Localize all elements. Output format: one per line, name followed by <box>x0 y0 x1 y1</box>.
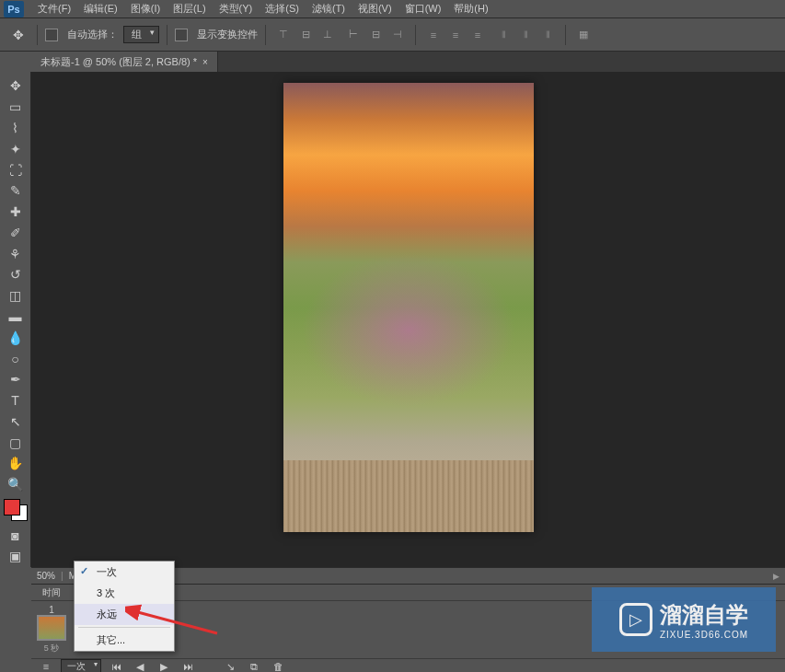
watermark: ▷ 溜溜自学 ZIXUE.3D66.COM <box>592 587 776 652</box>
stamp-tool[interactable]: ⚘ <box>3 243 29 264</box>
menu-window[interactable]: 窗口(W) <box>398 2 448 16</box>
shape-tool[interactable]: ▢ <box>3 432 29 453</box>
hand-tool[interactable]: ✋ <box>3 453 29 474</box>
first-frame-icon[interactable]: ⏮ <box>107 659 125 672</box>
pen-tool[interactable]: ✒ <box>3 369 29 390</box>
menu-type[interactable]: 类型(Y) <box>213 2 260 16</box>
play-icon[interactable]: ▶ <box>155 659 173 672</box>
status-flyout-icon[interactable]: ▶ <box>773 572 779 581</box>
timeline-menu-icon[interactable]: ≡ <box>37 659 55 672</box>
distribute-hcenter-icon[interactable]: ⫴ <box>515 25 536 45</box>
menu-file[interactable]: 文件(F) <box>31 2 77 16</box>
tween-icon[interactable]: ↘ <box>221 659 239 672</box>
blur-tool[interactable]: 💧 <box>3 327 29 348</box>
crop-tool[interactable]: ⛶ <box>3 159 29 180</box>
delete-frame-icon[interactable]: 🗑 <box>269 659 287 672</box>
watermark-sub: ZIXUE.3D66.COM <box>660 630 748 640</box>
type-tool[interactable]: T <box>3 390 29 411</box>
loop-menu: 一次 3 次 永远 其它... <box>74 561 175 652</box>
zoom-tool[interactable]: 🔍 <box>3 474 29 495</box>
menu-view[interactable]: 视图(V) <box>352 2 398 16</box>
move-tool-indicator[interactable]: ✥ <box>7 24 29 46</box>
align-hcenter-icon[interactable]: ⊟ <box>365 25 386 45</box>
timeline-tab[interactable]: 时间 <box>35 585 68 600</box>
frame-number: 1 <box>49 605 54 615</box>
distribute-bottom-icon[interactable]: ≡ <box>468 25 488 45</box>
timeline-footer: ≡ 一次 ⏮ ◀ ▶ ⏭ ↘ ⧉ 🗑 <box>31 658 785 672</box>
loop-forever[interactable]: 永远 <box>75 604 174 625</box>
next-frame-icon[interactable]: ⏭ <box>179 659 197 672</box>
frame-thumbnail[interactable] <box>37 615 66 641</box>
loop-three[interactable]: 3 次 <box>75 583 174 604</box>
app-logo: Ps <box>4 1 24 17</box>
wand-tool[interactable]: ✦ <box>3 138 29 159</box>
document-tabs: 未标题-1 @ 50% (图层 2, RGB/8) * × <box>31 52 785 72</box>
heal-tool[interactable]: ✚ <box>3 202 29 223</box>
animation-frame[interactable]: 1 5 秒 <box>35 605 68 655</box>
auto-align-icon[interactable]: ▦ <box>573 25 594 45</box>
frame-delay[interactable]: 5 秒 <box>44 643 60 655</box>
canvas-area[interactable] <box>31 72 785 567</box>
menu-edit[interactable]: 编辑(E) <box>77 2 124 16</box>
quickmask-tool[interactable]: ◙ <box>3 525 29 546</box>
watermark-title: 溜溜自学 <box>660 600 748 630</box>
auto-select-label: 自动选择： <box>67 28 118 41</box>
loop-dropdown[interactable]: 一次 <box>61 659 101 672</box>
distribute-left-icon[interactable]: ⫴ <box>493 25 514 45</box>
toolbox: ✥ ▭ ⌇ ✦ ⛶ ✎ ✚ ✐ ⚘ ↺ ◫ ▬ 💧 ○ ✒ T ↖ ▢ ✋ 🔍 … <box>0 72 31 567</box>
auto-select-target-dropdown[interactable]: 组 <box>123 26 159 43</box>
watermark-icon: ▷ <box>619 603 652 636</box>
eraser-tool[interactable]: ◫ <box>3 285 29 307</box>
document-tab[interactable]: 未标题-1 @ 50% (图层 2, RGB/8) * × <box>31 52 218 72</box>
color-swatch[interactable] <box>4 499 28 522</box>
align-right-icon[interactable]: ⊣ <box>387 25 408 45</box>
menu-layer[interactable]: 图层(L) <box>167 2 212 16</box>
menu-help[interactable]: 帮助(H) <box>447 2 494 16</box>
menu-bar: Ps 文件(F) 编辑(E) 图像(I) 图层(L) 类型(Y) 选择(S) 滤… <box>0 0 785 18</box>
align-vcenter-icon[interactable]: ⊟ <box>295 25 316 45</box>
zoom-level[interactable]: 50% <box>37 571 55 581</box>
menu-image[interactable]: 图像(I) <box>124 2 167 16</box>
screenmode-tool[interactable]: ▣ <box>3 546 29 567</box>
loop-once[interactable]: 一次 <box>75 562 174 583</box>
loop-other[interactable]: 其它... <box>75 630 174 651</box>
close-tab-icon[interactable]: × <box>202 57 208 67</box>
eyedropper-tool[interactable]: ✎ <box>3 180 29 202</box>
duplicate-frame-icon[interactable]: ⧉ <box>245 659 263 672</box>
menu-filter[interactable]: 滤镜(T) <box>306 2 352 16</box>
distribute-vcenter-icon[interactable]: ≡ <box>445 25 466 45</box>
move-tool[interactable]: ✥ <box>3 75 29 97</box>
align-left-icon[interactable]: ⊢ <box>343 25 364 45</box>
history-brush-tool[interactable]: ↺ <box>3 264 29 285</box>
brush-tool[interactable]: ✐ <box>3 222 29 243</box>
align-bottom-icon[interactable]: ⊥ <box>317 25 338 45</box>
align-top-icon[interactable]: ⊤ <box>273 25 294 45</box>
foreground-color[interactable] <box>4 499 20 516</box>
auto-select-checkbox[interactable] <box>45 29 58 41</box>
document-tab-title: 未标题-1 @ 50% (图层 2, RGB/8) * <box>40 55 197 69</box>
gradient-tool[interactable]: ▬ <box>3 307 29 328</box>
menu-select[interactable]: 选择(S) <box>259 2 306 16</box>
prev-frame-icon[interactable]: ◀ <box>131 659 149 672</box>
dodge-tool[interactable]: ○ <box>3 348 29 369</box>
options-bar: ✥ 自动选择： 组 显示变换控件 ⊤ ⊟ ⊥ ⊢ ⊟ ⊣ ≡ ≡ ≡ ⫴ ⫴ ⫴ <box>0 18 785 52</box>
marquee-tool[interactable]: ▭ <box>3 97 29 118</box>
show-transform-label: 显示变换控件 <box>197 28 258 41</box>
show-transform-checkbox[interactable] <box>175 29 188 41</box>
canvas-image <box>283 83 534 532</box>
lasso-tool[interactable]: ⌇ <box>3 118 29 139</box>
distribute-right-icon[interactable]: ⫴ <box>537 25 558 45</box>
path-tool[interactable]: ↖ <box>3 411 29 433</box>
distribute-top-icon[interactable]: ≡ <box>423 25 444 45</box>
